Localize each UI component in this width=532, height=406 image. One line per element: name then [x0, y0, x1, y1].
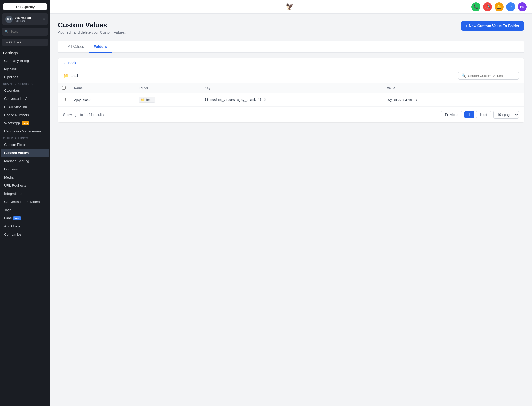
beta-badge: beta: [22, 121, 29, 125]
row-name: Ajay_slack: [70, 93, 134, 107]
sidebar-item-media[interactable]: Media: [1, 173, 49, 181]
table-header-row: Name Folder Key Value: [58, 83, 524, 93]
next-button[interactable]: Next: [476, 111, 491, 118]
sidebar-item-whatsapp[interactable]: WhatsApp beta: [1, 119, 49, 127]
pagination-controls: Previous 1 Next 10 / page: [441, 111, 519, 119]
topbar-actions: 📞 📣 🔔 ? PB: [471, 2, 527, 11]
phone-icon[interactable]: 📞: [471, 2, 480, 11]
folder-tag-label: test1: [146, 98, 153, 102]
th-checkbox: [58, 83, 70, 93]
custom-values-search-input[interactable]: [468, 74, 515, 78]
sidebar-item-conversation-providers[interactable]: Conversation Providers: [1, 198, 49, 206]
th-name: Name: [70, 83, 134, 93]
custom-values-table: Name Folder Key Value Ajay_slack: [58, 83, 524, 107]
showing-text: Showing 1 to 1 of 1 results: [63, 113, 104, 117]
new-badge: New: [13, 216, 21, 220]
tab-folders[interactable]: Folders: [89, 41, 112, 53]
sidebar-item-integrations[interactable]: Integrations: [1, 190, 49, 198]
select-all-checkbox[interactable]: [62, 86, 66, 90]
megaphone-icon[interactable]: 📣: [483, 2, 492, 11]
th-value: Value: [383, 83, 484, 93]
sidebar-item-pipelines[interactable]: Pipelines: [1, 73, 49, 81]
sidebar-item-company-billing[interactable]: Company Billing: [1, 57, 49, 65]
th-folder: Folder: [134, 83, 200, 93]
settings-label: Settings: [0, 49, 50, 57]
user-name: 0aSivakasi: [15, 16, 43, 20]
search-box[interactable]: 🔍: [458, 72, 519, 80]
table-toolbar: 📁 test1 🔍: [58, 68, 524, 83]
new-custom-value-button[interactable]: + New Custom Value To Folder: [461, 21, 524, 31]
tab-all-values[interactable]: All Values: [63, 41, 89, 53]
sidebar-item-url-redirects[interactable]: URL Redirects: [1, 181, 49, 190]
user-location: DALLAS,: [15, 20, 43, 23]
per-page-select[interactable]: 10 / page: [493, 111, 519, 119]
sidebar-item-companies[interactable]: Companies: [1, 230, 49, 239]
key-text: {{ custom_values.ajay_slack }}: [205, 98, 262, 102]
sidebar-user[interactable]: 0S 0aSivakasi DALLAS, ▾: [2, 13, 48, 25]
topbar-logo-icon: 🦅: [286, 3, 294, 11]
folder-label: 📁 test1: [63, 73, 78, 78]
page-title: Custom Values: [58, 21, 126, 29]
avatar: 0S: [5, 16, 13, 23]
pagination-bar: Showing 1 to 1 of 1 results Previous 1 N…: [58, 107, 524, 122]
sidebar-item-calendars[interactable]: Calendars: [1, 86, 49, 95]
business-services-section: BUSINESS SERVICES: [0, 81, 50, 86]
search-input[interactable]: [10, 30, 50, 33]
content-area: Custom Values Add, edit and delete your …: [50, 14, 532, 406]
topbar: 🦅 📞 📣 🔔 ? PB: [50, 0, 532, 14]
go-back-button[interactable]: ← Go Back: [2, 39, 48, 46]
help-icon[interactable]: ?: [506, 2, 515, 11]
other-settings-section: OTHER SETTINGS: [0, 135, 50, 141]
page-1-button[interactable]: 1: [464, 111, 474, 118]
page-header: Custom Values Add, edit and delete your …: [58, 21, 524, 34]
table-card: ← Back 📁 test1 🔍: [58, 58, 524, 122]
back-link[interactable]: ← Back: [58, 58, 524, 68]
sidebar-item-custom-values[interactable]: Custom Values: [1, 149, 49, 157]
user-avatar-button[interactable]: PB: [518, 2, 527, 11]
row-value: <@U056G3473G9>: [383, 93, 484, 107]
sidebar-item-conversation-ai[interactable]: Conversation AI: [1, 95, 49, 103]
row-menu-button[interactable]: ⋮: [489, 97, 495, 102]
sidebar-item-phone-numbers[interactable]: Phone Numbers: [1, 111, 49, 119]
folder-name: test1: [71, 73, 78, 78]
row-checkbox[interactable]: [62, 98, 66, 101]
sidebar-item-labs[interactable]: Labs New: [1, 214, 49, 222]
folder-icon: 📁: [63, 73, 68, 78]
th-actions: [484, 83, 524, 93]
sidebar-item-audit-logs[interactable]: Audit Logs: [1, 222, 49, 230]
table-row: Ajay_slack 📁 test1 {{ custom_values.ajay…: [58, 93, 524, 107]
sidebar-item-my-staff[interactable]: My Staff: [1, 65, 49, 73]
sidebar-item-reputation-management[interactable]: Reputation Management: [1, 127, 49, 135]
row-checkbox-cell: [58, 93, 70, 107]
row-key: {{ custom_values.ajay_slack }} ⧉: [200, 93, 383, 107]
tabs-container: All Values Folders: [58, 41, 524, 53]
sidebar-item-custom-fields[interactable]: Custom Fields: [1, 141, 49, 149]
bell-icon[interactable]: 🔔: [495, 2, 504, 11]
copy-icon[interactable]: ⧉: [264, 98, 266, 102]
sidebar-search-container: 🔍 ⌘K +: [2, 28, 48, 36]
previous-button[interactable]: Previous: [441, 111, 462, 118]
topbar-center: 🦅: [286, 3, 294, 11]
search-icon: 🔍: [5, 30, 9, 33]
main-content: 🦅 📞 📣 🔔 ? PB Custom Values Add, edit and…: [50, 0, 532, 406]
sidebar-item-tags[interactable]: Tags: [1, 206, 49, 214]
sidebar-item-domains[interactable]: Domains: [1, 165, 49, 173]
page-header-text: Custom Values Add, edit and delete your …: [58, 21, 126, 34]
search-box-icon: 🔍: [461, 73, 466, 78]
sidebar-item-manage-scoring[interactable]: Manage Scoring: [1, 157, 49, 165]
row-folder: 📁 test1: [134, 93, 200, 107]
row-menu-cell: ⋮: [484, 93, 524, 107]
th-key: Key: [200, 83, 383, 93]
folder-tag-icon: 📁: [141, 98, 145, 102]
sidebar: The Agency 0S 0aSivakasi DALLAS, ▾ 🔍 ⌘K …: [0, 0, 50, 406]
chevron-down-icon: ▾: [43, 17, 45, 21]
sidebar-item-email-services[interactable]: Email Services: [1, 103, 49, 111]
page-subtitle: Add, edit and delete your Custom Values.: [58, 30, 126, 34]
sidebar-logo: The Agency: [3, 3, 47, 10]
